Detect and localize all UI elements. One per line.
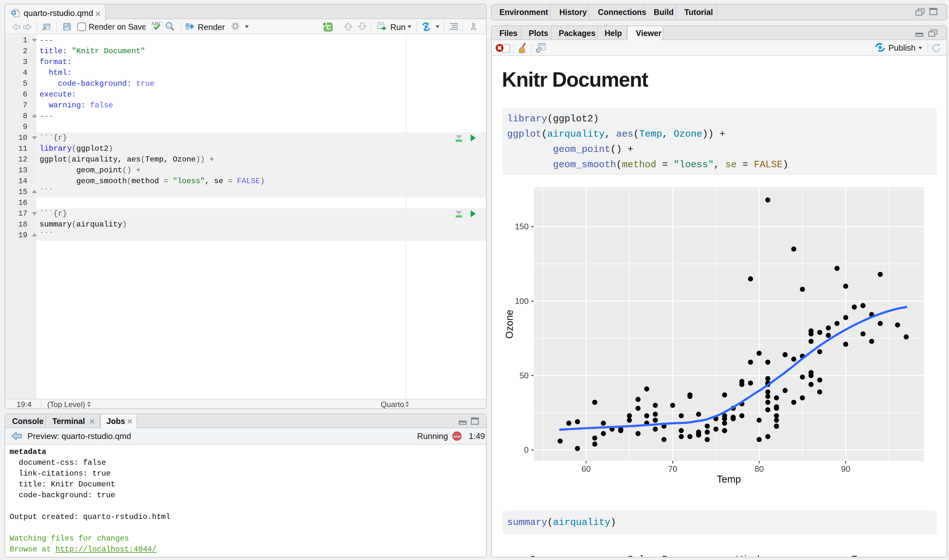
svg-text:C: C xyxy=(327,24,331,31)
svg-text:80: 80 xyxy=(755,464,764,474)
svg-text:Temp: Temp xyxy=(717,474,741,485)
svg-text:STOP: STOP xyxy=(454,435,461,438)
svg-text:70: 70 xyxy=(668,464,677,474)
svg-text:150: 150 xyxy=(515,222,528,231)
svg-text:90: 90 xyxy=(841,464,850,474)
svg-text:60: 60 xyxy=(582,464,591,474)
svg-text:50: 50 xyxy=(520,371,529,380)
svg-text:ABC: ABC xyxy=(151,21,161,26)
svg-text:Ozone: Ozone xyxy=(504,310,515,338)
svg-text:100: 100 xyxy=(515,296,528,306)
svg-text:0: 0 xyxy=(524,445,528,455)
